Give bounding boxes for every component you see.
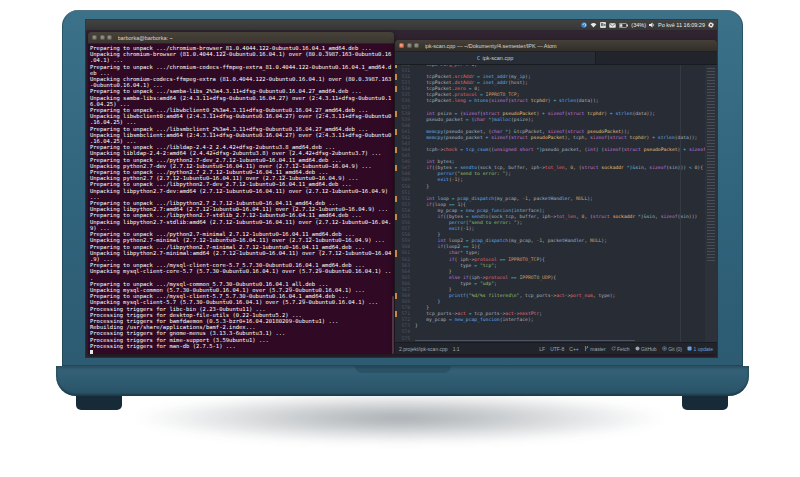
messages-icon[interactable] [609,23,616,28]
atom-window: ipk-scan.cpp — ~/Dokumenty/4.semester/IP… [395,40,717,354]
terminal-line: Unpacking libpython2.7-minimal:amd64 (2.… [90,250,394,256]
terminal-line: Preparing to unpack .../libsmbclient_2%3… [90,126,394,132]
laptop-base [56,366,749,396]
battery-icon[interactable] [619,23,628,28]
line-number: 575 [395,336,413,342]
laptop-mockup-scene: En (34%) Po kvě 11 16:09:29 barborka@bar… [0,0,800,477]
volume-icon[interactable] [649,22,655,28]
laptop-lid: En (34%) Po kvě 11 16:09:29 barborka@bar… [62,10,743,366]
terminal-scrollbar[interactable] [392,296,395,354]
terminal-line: Unpacking mysql-client-5.7 (5.7.30-0ubun… [90,299,394,305]
status-file-path[interactable]: 2.projekt/ipk-scan.cpp [399,346,448,352]
panel-clock[interactable]: Po kvě 11 16:09:29 [658,22,705,28]
status-c-[interactable]: C++ [569,346,578,352]
window-maximize-button[interactable] [414,43,419,48]
terminal-line: Unpacking python2.7-minimal (2.7.12-1ubu… [90,237,394,243]
terminal-titlebar[interactable]: barborka@barborka: ~ [88,32,394,44]
branch-icon [584,346,589,351]
status-git-0-[interactable]: Git (0) [662,346,682,352]
code-editor[interactable]: 530 tcph->urg_ptr = 0;531532 tcpPacket.s… [395,65,717,342]
status-github[interactable]: GitHub [635,346,657,352]
terminal-line: Preparing to unpack .../samba-libs_2%3a4… [90,88,394,94]
terminal-line: Unpacking samba-libs:amd64 (2:4.3.11+dfs… [90,95,394,101]
status-cursor-position[interactable]: 1:1 [453,346,460,352]
github-icon [635,346,640,351]
terminal-line: Unpacking libldap-2.4-2:amd64 (2.4.42+df… [90,150,394,156]
window-close-button[interactable] [92,35,97,40]
terminal-line: Preparing to unpack .../chromium-codecs-… [90,64,394,70]
horizontal-scrollbar[interactable] [415,340,635,342]
status-bar: 2.projekt/ipk-scan.cpp 1:1 LFUTF-8C++mas… [395,342,717,354]
terminal-output[interactable]: Preparing to unpack .../chromium-browser… [88,44,394,354]
window-maximize-button[interactable] [107,35,112,40]
code-rows: 530 tcph->urg_ptr = 0;531532 tcpPacket.s… [395,65,717,342]
terminal-title: barborka@barborka: ~ [118,35,173,41]
tab-label: ipk-scan.cpp [482,55,513,61]
status-right-items: LFUTF-8C++masterFetchGitHubGit (0)1 upda… [539,346,713,352]
terminal-line: Preparing to unpack .../libpython2.7-std… [90,212,394,218]
battery-percentage: (34%) [631,22,646,28]
indicator-icon[interactable] [581,22,587,28]
terminal-line: Preparing to unpack .../libpython2.7-dev… [90,181,394,187]
status-master[interactable]: master [584,346,606,352]
keyboard-layout-icon[interactable]: En [600,22,606,28]
status-1-update[interactable]: 1 update [687,346,713,352]
terminal-prompt-line [90,349,394,354]
terminal-line: Preparing to unpack .../libpython2.7-min… [90,244,394,250]
window-minimize-button[interactable] [100,35,105,40]
terminal-window: barborka@barborka: ~ Preparing to unpack… [88,32,394,354]
status-lf[interactable]: LF [539,346,545,352]
terminal-line: Unpacking mysql-client-core-5.7 (5.7.30-… [90,268,394,274]
tab-ipk-scan[interactable]: C ipk-scan.cpp [395,52,596,64]
window-minimize-button[interactable] [407,43,412,48]
status-fetch[interactable]: Fetch [611,346,630,352]
system-tray: En (34%) Po kvě 11 16:09:29 [581,22,717,28]
cpp-file-icon: C [477,55,480,61]
laptop-shadow [30,390,770,464]
terminal-cursor [90,350,93,354]
window-close-button[interactable] [399,43,404,48]
atom-titlebar[interactable]: ipk-scan.cpp — ~/Dokumenty/4.semester/IP… [395,40,717,52]
update-icon [687,346,692,351]
git-diff-icon [662,346,667,351]
session-gear-icon[interactable] [708,22,714,28]
terminal-line: Unpacking libpython2.7-stdlib:amd64 (2.7… [90,219,394,225]
terminal-line: Unpacking libpython2.7-dev:amd64 (2.7.12… [90,188,394,194]
wifi-icon[interactable] [590,22,597,28]
top-panel: En (34%) Po kvě 11 16:09:29 [86,20,717,30]
sync-icon [611,346,616,351]
minimap[interactable] [705,65,717,342]
terminal-line: Unpacking chromium-browser (81.0.4044.12… [90,51,394,57]
laptop-latch-notch [355,366,451,373]
tab-bar: C ipk-scan.cpp [395,52,717,65]
status-utf-8[interactable]: UTF-8 [550,346,564,352]
atom-title: ipk-scan.cpp — ~/Dokumenty/4.semester/IP… [425,43,557,49]
screen: En (34%) Po kvě 11 16:09:29 barborka@bar… [86,20,717,357]
